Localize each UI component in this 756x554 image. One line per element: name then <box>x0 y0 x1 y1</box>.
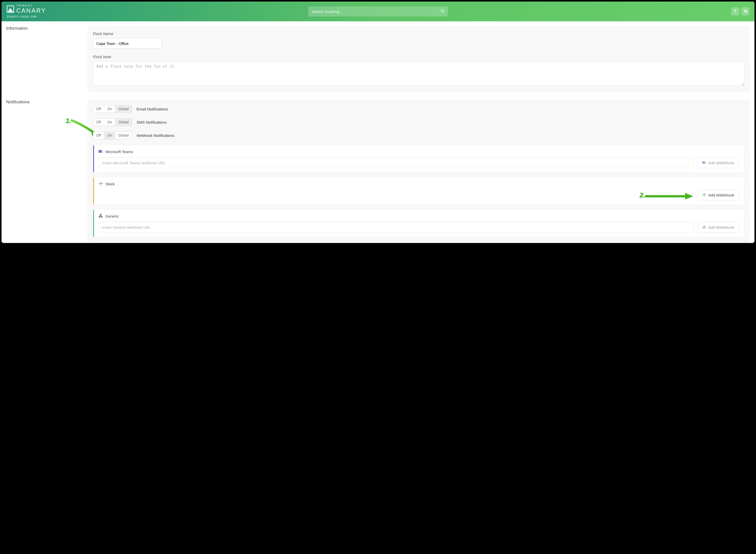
slack-title: Slack <box>105 182 115 186</box>
sms-off-button[interactable]: Off <box>93 119 104 126</box>
sms-notifications-label: SMS Notifications <box>137 120 167 124</box>
teams-webhook-url-input[interactable] <box>98 157 694 168</box>
svg-rect-11 <box>705 163 706 164</box>
svg-text:T: T <box>703 162 704 163</box>
section-title-notifications: Notifications <box>6 100 82 105</box>
webhook-card-slack: Slack 2. <box>93 177 744 205</box>
svg-point-24 <box>705 227 706 228</box>
flock-note-textarea[interactable] <box>93 61 744 86</box>
svg-point-6 <box>101 150 102 151</box>
svg-rect-15 <box>101 183 103 184</box>
svg-rect-17 <box>702 194 704 195</box>
svg-point-21 <box>101 216 102 218</box>
svg-rect-1 <box>11 7 12 7</box>
webhook-notifications-label: Webhook Notifications <box>137 133 174 137</box>
notifications-panel: Off On Global Email Notifications Off On… <box>87 100 750 243</box>
teams-add-webhook-button[interactable]: T Add Webhhook <box>697 157 739 168</box>
svg-rect-12 <box>100 182 101 183</box>
svg-rect-13 <box>99 183 100 184</box>
svg-rect-19 <box>704 194 706 195</box>
sms-on-button[interactable]: On <box>104 119 115 126</box>
svg-rect-7 <box>101 151 102 153</box>
webhook-on-button[interactable]: On <box>104 132 115 139</box>
search-wrap <box>308 6 448 16</box>
webhook-off-button[interactable]: Off <box>93 132 104 139</box>
generic-webhook-url-input[interactable] <box>98 222 694 233</box>
svg-point-2 <box>441 9 444 12</box>
help-icon: ? <box>734 9 737 14</box>
information-panel: Flock Name Flock Note <box>87 26 750 93</box>
search-input[interactable] <box>308 6 448 16</box>
email-off-button[interactable]: Off <box>93 105 104 112</box>
webhook-toggle-group: Off On Global <box>93 131 132 139</box>
brand-thinkst: THINKST <box>16 5 46 7</box>
flock-name-input[interactable] <box>93 38 161 49</box>
svg-rect-16 <box>704 193 704 194</box>
webhook-global-button[interactable]: Global <box>115 132 132 139</box>
gear-icon <box>743 9 748 14</box>
email-toggle-group: Off On Global <box>93 105 132 113</box>
sms-toggle-group: Off On Global <box>93 118 132 126</box>
webhook-card-teams: T Microsoft Teams T Add Webhhook <box>93 145 744 173</box>
svg-rect-14 <box>100 184 101 185</box>
annotation-2: 2. <box>640 191 645 199</box>
email-global-button[interactable]: Global <box>115 105 132 112</box>
generic-add-webhook-button[interactable]: Add Webhhook <box>697 222 739 233</box>
sms-global-button[interactable]: Global <box>115 119 132 126</box>
slack-add-webhook-button[interactable]: Add Webhhook <box>697 190 739 200</box>
slack-icon <box>702 193 706 198</box>
canary-logo-icon <box>7 5 14 13</box>
app-header: THINKST CANARY inyoni-corp.com ? <box>2 2 754 21</box>
svg-line-3 <box>443 11 444 12</box>
flock-name-label: Flock Name <box>93 32 744 36</box>
brand-domain: inyoni-corp.com <box>7 15 46 18</box>
webhook-card-generic: Generic Add Webhhook <box>93 209 744 237</box>
search-icon <box>441 9 445 14</box>
email-notifications-label: Email Notifications <box>137 107 168 111</box>
generic-title: Generic <box>105 214 119 218</box>
email-on-button[interactable]: On <box>104 105 115 112</box>
brand-block: THINKST CANARY inyoni-corp.com <box>7 5 46 18</box>
annotation-arrow-2-icon <box>645 193 695 200</box>
svg-rect-18 <box>704 195 704 196</box>
slack-icon <box>98 181 103 186</box>
brand-canary: CANARY <box>16 8 46 14</box>
teams-icon: T <box>98 149 103 154</box>
teams-icon: T <box>702 160 706 165</box>
help-button[interactable]: ? <box>731 7 739 15</box>
svg-point-20 <box>99 216 100 218</box>
webhook-icon <box>98 214 103 219</box>
teams-title: Microsoft Teams <box>105 150 133 154</box>
svg-point-10 <box>705 161 706 162</box>
section-title-information: Information <box>6 26 82 31</box>
flock-note-label: Flock Note <box>93 55 744 59</box>
webhook-icon <box>702 225 706 230</box>
svg-point-23 <box>703 227 704 228</box>
settings-button[interactable] <box>741 7 749 15</box>
